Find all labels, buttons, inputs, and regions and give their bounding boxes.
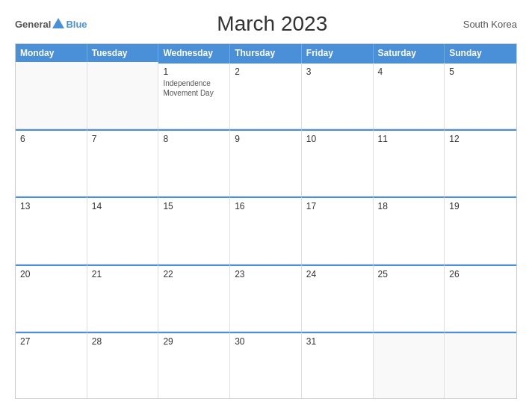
page: General Blue March 2023 South Korea Mond… xyxy=(0,0,532,411)
cell-mar-13: 13 xyxy=(16,197,87,263)
cell-mar-12: 12 xyxy=(445,129,516,196)
header-sunday: Sunday xyxy=(445,44,516,62)
date-11: 11 xyxy=(378,134,440,144)
cell-mar-31: 31 xyxy=(302,332,374,398)
cell-mar-16: 16 xyxy=(230,197,302,263)
cell-mar-18: 18 xyxy=(374,197,445,263)
date-29: 29 xyxy=(163,336,225,347)
date-18: 18 xyxy=(378,201,440,211)
cell-mar-23: 23 xyxy=(230,265,302,331)
cell-mar-19: 19 xyxy=(445,197,516,263)
date-10: 10 xyxy=(306,134,368,144)
date-22: 22 xyxy=(163,269,225,279)
cell-mar-17: 17 xyxy=(302,197,374,263)
logo: General Blue xyxy=(15,19,87,30)
logo-blue-text: Blue xyxy=(66,19,87,30)
date-17: 17 xyxy=(306,201,368,211)
cell-mar-21: 21 xyxy=(87,265,159,331)
logo-general-text: General xyxy=(15,19,51,30)
cell-mar-5: 5 xyxy=(445,62,516,129)
cell-mar-1: 1 IndependenceMovement Day xyxy=(158,62,230,129)
cell-mar-10: 10 xyxy=(302,129,374,196)
country-label: South Korea xyxy=(457,19,517,30)
calendar-row-5: 27 28 29 30 31 xyxy=(16,332,516,398)
cell-empty-3 xyxy=(374,332,445,398)
header-tuesday: Tuesday xyxy=(87,44,159,62)
date-24: 24 xyxy=(306,269,368,279)
date-23: 23 xyxy=(235,269,297,279)
cell-mar-7: 7 xyxy=(87,129,159,196)
logo-triangle-icon xyxy=(52,18,64,28)
calendar-row-1: 1 IndependenceMovement Day 2 3 4 5 xyxy=(16,62,516,129)
header-saturday: Saturday xyxy=(374,44,445,62)
cell-mar-20: 20 xyxy=(16,265,87,331)
calendar-body: 1 IndependenceMovement Day 2 3 4 5 xyxy=(16,62,516,398)
date-28: 28 xyxy=(92,336,154,347)
date-7: 7 xyxy=(92,134,154,144)
cell-mar-2: 2 xyxy=(230,62,302,129)
cell-mar-26: 26 xyxy=(445,265,516,331)
cell-mar-28: 28 xyxy=(87,332,159,398)
cell-mar-11: 11 xyxy=(374,129,445,196)
header-friday: Friday xyxy=(302,44,374,62)
date-15: 15 xyxy=(163,201,225,211)
header-wednesday: Wednesday xyxy=(158,44,230,62)
cell-mar-3: 3 xyxy=(302,62,374,129)
date-1: 1 xyxy=(163,67,225,77)
cell-mar-14: 14 xyxy=(87,197,159,263)
page-title: March 2023 xyxy=(87,12,457,36)
calendar-row-3: 13 14 15 16 17 18 19 xyxy=(16,197,516,264)
date-21: 21 xyxy=(92,269,154,279)
calendar-row-4: 20 21 22 23 24 25 26 xyxy=(16,265,516,332)
date-30: 30 xyxy=(235,336,297,347)
date-19: 19 xyxy=(449,201,512,211)
calendar-header: Monday Tuesday Wednesday Thursday Friday… xyxy=(16,44,516,62)
date-20: 20 xyxy=(20,269,82,279)
event-independence: IndependenceMovement Day xyxy=(163,78,225,98)
header-thursday: Thursday xyxy=(230,44,302,62)
cell-empty-4 xyxy=(445,332,516,398)
date-16: 16 xyxy=(235,201,297,211)
calendar-row-2: 6 7 8 9 10 11 12 xyxy=(16,129,516,197)
date-26: 26 xyxy=(449,269,512,279)
cell-mar-4: 4 xyxy=(374,62,445,129)
cell-empty-2 xyxy=(87,62,159,129)
date-27: 27 xyxy=(20,336,82,347)
date-5: 5 xyxy=(449,67,512,77)
cell-mar-8: 8 xyxy=(158,129,230,196)
date-4: 4 xyxy=(378,67,440,77)
cell-mar-15: 15 xyxy=(158,197,230,263)
cell-mar-6: 6 xyxy=(16,129,87,196)
cell-mar-22: 22 xyxy=(158,265,230,331)
cell-mar-24: 24 xyxy=(302,265,374,331)
cell-mar-30: 30 xyxy=(230,332,302,398)
date-6: 6 xyxy=(20,134,82,144)
cell-mar-25: 25 xyxy=(374,265,445,331)
cell-empty-1 xyxy=(16,62,87,129)
date-14: 14 xyxy=(92,201,154,211)
header: General Blue March 2023 South Korea xyxy=(15,12,517,36)
date-9: 9 xyxy=(235,134,297,144)
cell-mar-29: 29 xyxy=(158,332,230,398)
date-13: 13 xyxy=(20,201,82,211)
date-3: 3 xyxy=(306,67,368,77)
date-2: 2 xyxy=(235,67,297,77)
cell-mar-27: 27 xyxy=(16,332,87,398)
calendar: Monday Tuesday Wednesday Thursday Friday… xyxy=(15,43,517,399)
header-monday: Monday xyxy=(16,44,87,62)
date-25: 25 xyxy=(378,269,440,279)
date-8: 8 xyxy=(163,134,225,144)
date-12: 12 xyxy=(449,134,512,144)
cell-mar-9: 9 xyxy=(230,129,302,196)
date-31: 31 xyxy=(306,336,368,347)
